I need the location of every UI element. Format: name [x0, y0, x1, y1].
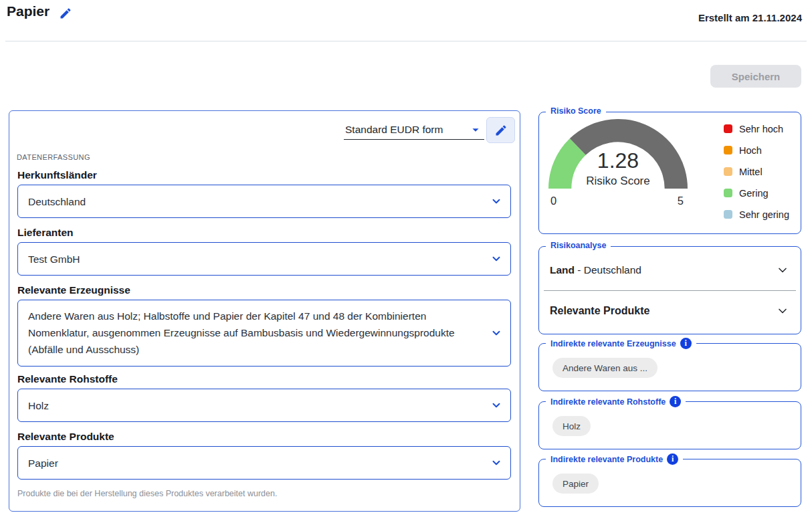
select-relevante-erzeugnisse[interactable]: Andere Waren aus Holz; Halbstoffe und Pa…: [17, 300, 511, 367]
indirect-produkte-panel: Indirekte relevante Produkte i Papier: [538, 459, 801, 507]
select-value: Papier: [18, 455, 88, 472]
page-title: Papier: [7, 3, 49, 19]
field-label-relevante-rohstoffe: Relevante Rohstoffe: [17, 373, 118, 385]
chevron-down-icon: [490, 253, 502, 265]
gauge-max-label: 5: [678, 195, 684, 207]
edit-title-button[interactable]: [58, 6, 73, 21]
gauge-center-text: 1.28 Risiko Score: [548, 149, 688, 188]
legend-item: Gering: [724, 187, 789, 199]
edit-form-button[interactable]: [486, 117, 515, 143]
risk-analysis-panel: Risikoanalyse Land - Deutschland Relevan…: [538, 246, 801, 334]
legend-item: Mittel: [724, 165, 789, 178]
chip-produkt: Papier: [552, 474, 599, 494]
indirect-rohstoffe-panel: Indirekte relevante Rohstoffe i Holz: [538, 401, 801, 449]
form-template-select[interactable]: Standard EUDR form: [344, 120, 484, 140]
chevron-down-icon: [490, 195, 502, 207]
field-label-lieferanten: Lieferanten: [17, 227, 74, 239]
indirect-produkte-title: Indirekte relevante Produkte i: [546, 453, 683, 465]
select-herkunftslaender[interactable]: Deutschland: [17, 185, 511, 218]
field-helper-text: Produkte die bei der Herstellung dieses …: [17, 489, 277, 498]
select-value: Test GmbH: [18, 251, 110, 268]
chevron-down-icon: [490, 457, 502, 469]
indirect-erzeugnisse-panel: Indirekte relevante Erzeugnisse i Andere…: [538, 343, 801, 391]
gauge-caption: Risiko Score: [548, 175, 688, 188]
chevron-down-icon: [776, 304, 789, 318]
info-icon[interactable]: i: [680, 338, 692, 349]
risk-legend: Sehr hoch Hoch Mittel Gering Sehr gering: [724, 122, 789, 221]
risk-score-panel: Risiko Score 1.28 Risiko Score 0 5 Sehr …: [538, 112, 801, 234]
select-value: Deutschland: [18, 193, 115, 210]
field-label-relevante-erzeugnisse: Relevante Erzeugnisse: [17, 284, 130, 296]
info-icon[interactable]: i: [670, 396, 681, 407]
legend-item: Sehr hoch: [724, 122, 789, 135]
pencil-icon: [59, 7, 72, 20]
info-icon[interactable]: i: [667, 453, 678, 465]
select-value: Andere Waren aus Holz; Halbstoffe und Pa…: [18, 300, 510, 358]
legend-marker-gering: [724, 189, 732, 197]
pencil-icon: [494, 124, 508, 137]
indirect-erzeugnisse-title: Indirekte relevante Erzeugnisse i: [546, 338, 696, 349]
gauge-value: 1.28: [548, 149, 688, 172]
field-label-relevante-produkte: Relevante Produkte: [17, 431, 114, 443]
accordion-relevante-produkte[interactable]: Relevante Produkte: [539, 292, 801, 330]
header-divider: [5, 41, 807, 41]
legend-item: Sehr gering: [724, 208, 789, 221]
chevron-down-icon: [490, 327, 502, 339]
field-label-herkunftslaender: Herkunftsländer: [17, 169, 97, 181]
data-entry-panel: Standard EUDR form DATENERFASSUNG Herkun…: [9, 110, 520, 512]
page: Papier Erstellt am 21.11.2024 Speichern …: [0, 0, 812, 519]
select-relevante-rohstoffe[interactable]: Holz: [17, 389, 511, 422]
chevron-down-icon: [776, 264, 789, 277]
select-lieferanten[interactable]: Test GmbH: [17, 242, 511, 276]
accordion-land[interactable]: Land - Deutschland: [539, 251, 801, 290]
gauge-ticks: 0 5: [548, 195, 688, 207]
legend-item: Hoch: [724, 144, 789, 157]
indirect-rohstoffe-title: Indirekte relevante Rohstoffe i: [546, 396, 686, 407]
dropdown-arrow-icon: [468, 122, 483, 137]
chip-erzeugnis: Andere Waren aus ...: [552, 358, 657, 378]
legend-marker-hoch: [724, 146, 732, 154]
risk-analysis-panel-title: Risikoanalyse: [546, 241, 611, 250]
form-template-value: Standard EUDR form: [345, 124, 443, 136]
divider: [544, 290, 796, 291]
legend-marker-mittel: [724, 167, 732, 176]
legend-marker-sehr-hoch: [724, 124, 732, 133]
chip-rohstoff: Holz: [552, 416, 591, 436]
select-value: Holz: [18, 397, 78, 414]
save-button[interactable]: Speichern: [710, 65, 801, 88]
section-label: DATENERFASSUNG: [17, 153, 90, 161]
legend-marker-sehr-gering: [724, 210, 732, 219]
created-date: Erstellt am 21.11.2024: [698, 12, 802, 23]
chevron-down-icon: [490, 399, 502, 411]
gauge-min-label: 0: [550, 195, 556, 207]
select-relevante-produkte[interactable]: Papier: [17, 446, 511, 480]
risk-score-panel-title: Risiko Score: [546, 106, 606, 116]
